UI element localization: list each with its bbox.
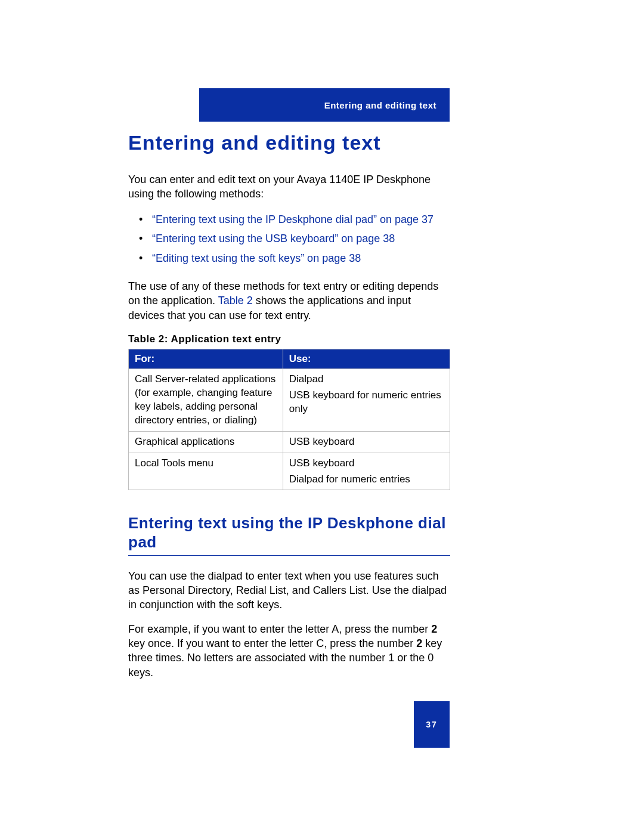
table-row: Local Tools menu USB keyboard Dialpad fo… <box>129 453 450 490</box>
xref-table-2[interactable]: Table 2 <box>218 295 253 306</box>
table-header-for: For: <box>129 349 283 368</box>
xref-list: “Entering text using the IP Deskphone di… <box>128 211 450 267</box>
xref-link-dialpad[interactable]: “Entering text using the IP Deskphone di… <box>152 213 434 225</box>
bold-key-2: 2 <box>416 637 422 649</box>
text-span: key once. If you want to enter the lette… <box>128 637 416 649</box>
table-cell: Graphical applications <box>129 431 283 453</box>
page-number: 37 <box>426 720 438 729</box>
page-number-box: 37 <box>414 701 450 748</box>
page-title: Entering and editing text <box>128 131 450 154</box>
table-cell-line: Dialpad <box>289 373 444 386</box>
table-cell: USB keyboard <box>283 431 450 453</box>
paragraph-dialpad-example: For example, if you want to enter the le… <box>128 622 450 680</box>
running-header-text: Entering and editing text <box>324 100 436 110</box>
paragraph-methods-depend: The use of any of these methods for text… <box>128 279 450 323</box>
table-row: Call Server-related applications (for ex… <box>129 368 450 431</box>
xref-link-soft-keys[interactable]: “Editing text using the soft keys” on pa… <box>152 252 361 264</box>
table-row: Graphical applications USB keyboard <box>129 431 450 453</box>
section-heading-dialpad: Entering text using the IP Deskphone dia… <box>128 514 450 555</box>
table-cell-line: USB keyboard for numeric entries only <box>289 389 444 416</box>
table-cell: Local Tools menu <box>129 453 283 490</box>
content-area: Entering and editing text You can enter … <box>128 131 450 689</box>
bold-key-2: 2 <box>431 623 437 635</box>
header-bar: Entering and editing text <box>199 88 450 122</box>
text-span: For example, if you want to enter the le… <box>128 623 431 635</box>
table-cell: Call Server-related applications (for ex… <box>129 368 283 431</box>
table-cell: USB keyboard Dialpad for numeric entries <box>283 453 450 490</box>
table-header-use: Use: <box>283 349 450 368</box>
table-cell: Dialpad USB keyboard for numeric entries… <box>283 368 450 431</box>
page: Entering and editing text Entering and e… <box>0 0 644 833</box>
table-cell-line: USB keyboard <box>289 457 444 470</box>
table-caption: Table 2: Application text entry <box>128 333 450 345</box>
application-text-entry-table: For: Use: Call Server-related applicatio… <box>128 349 450 491</box>
table-cell-line: Dialpad for numeric entries <box>289 473 444 487</box>
xref-link-usb-keyboard[interactable]: “Entering text using the USB keyboard” o… <box>152 233 395 244</box>
paragraph-dialpad-use: You can use the dialpad to enter text wh… <box>128 569 450 612</box>
intro-paragraph: You can enter and edit text on your Avay… <box>128 172 450 202</box>
